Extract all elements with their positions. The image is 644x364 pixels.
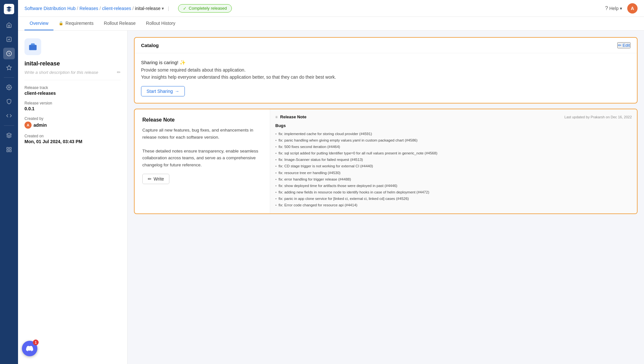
list-item: fix: 500 fixes second iteration (#4464) bbox=[275, 143, 632, 150]
arrow-icon: → bbox=[175, 89, 179, 94]
sidebar-icon-security[interactable] bbox=[3, 96, 15, 107]
sidebar-icon-grid[interactable] bbox=[3, 144, 15, 155]
check-icon: ✓ bbox=[183, 6, 187, 11]
list-item: fix: CD stage trigger is not working for… bbox=[275, 163, 632, 169]
lock-icon: 🔒 bbox=[59, 21, 63, 25]
sidebar-divider bbox=[4, 77, 14, 78]
top-header: Software Distribution Hub / Releases / c… bbox=[18, 0, 644, 17]
sidebar-icon-deploy[interactable] bbox=[3, 62, 15, 74]
help-button[interactable]: ? Help ▾ bbox=[605, 5, 622, 11]
avatar[interactable]: A bbox=[627, 3, 638, 14]
svg-rect-7 bbox=[7, 150, 8, 152]
release-title: inital-release bbox=[24, 60, 121, 67]
release-version-group: Release version 0.0.1 bbox=[24, 101, 121, 111]
release-note-left: Release Note Capture all new features, b… bbox=[135, 109, 270, 213]
breadcrumb-sep-1: / bbox=[77, 6, 78, 11]
breadcrumb-releases[interactable]: Releases bbox=[80, 6, 98, 11]
tab-rollout-history[interactable]: Rollout History bbox=[141, 17, 180, 30]
created-by-value: A admin bbox=[24, 122, 121, 129]
release-note-card: Release Note Capture all new features, b… bbox=[134, 109, 638, 214]
svg-point-3 bbox=[8, 87, 10, 88]
left-panel: inital-release Write a short description… bbox=[18, 31, 128, 364]
sidebar-icon-chart[interactable] bbox=[3, 34, 15, 45]
header-right: ? Help ▾ A bbox=[605, 3, 638, 14]
tabs-bar: Overview 🔒 Requirements Rollout Release … bbox=[18, 17, 644, 31]
release-note-inner: Release Note Capture all new features, b… bbox=[135, 109, 637, 213]
svg-marker-2 bbox=[7, 65, 12, 70]
sidebar bbox=[0, 0, 18, 364]
preview-title: Release Note bbox=[280, 114, 307, 119]
breadcrumb-sep-3: / bbox=[132, 6, 134, 11]
release-track-label: Release track bbox=[24, 85, 121, 90]
sidebar-icon-home[interactable] bbox=[3, 19, 15, 31]
created-on-value: Mon, 01 Jul 2024, 03:43 PM bbox=[24, 139, 121, 144]
tab-overview[interactable]: Overview bbox=[24, 17, 53, 30]
preview-list-icon: ≡ bbox=[275, 115, 278, 119]
discord-button[interactable]: 1 bbox=[22, 341, 37, 356]
svg-rect-4 bbox=[7, 147, 8, 149]
release-version-label: Release version bbox=[24, 101, 121, 105]
preview-items-list: fix: implemented cache for storing cloud… bbox=[275, 131, 632, 208]
catalog-body: Sharing is caring! ✨ Provide some requir… bbox=[135, 53, 637, 103]
breadcrumb-release: inital-release ▾ bbox=[135, 6, 164, 11]
sidebar-icon-settings[interactable] bbox=[3, 82, 15, 93]
chevron-down-icon: ▾ bbox=[620, 6, 622, 11]
chevron-down-icon[interactable]: ▾ bbox=[162, 6, 164, 11]
release-track-value: client-releases bbox=[24, 91, 121, 96]
admin-avatar: A bbox=[24, 122, 32, 129]
preview-header: ≡ Release Note Last updated by Prakarsh … bbox=[275, 114, 632, 119]
discord-badge: 1 bbox=[33, 339, 39, 345]
sidebar-divider-2 bbox=[4, 125, 14, 126]
release-icon bbox=[24, 38, 41, 55]
status-badge: ✓ Completely released bbox=[178, 4, 232, 13]
preview-updated: Last updated by Prakarsh on Dec 16, 2022 bbox=[564, 115, 632, 119]
breadcrumb-sep-2: / bbox=[99, 6, 101, 11]
sidebar-icon-code[interactable] bbox=[3, 110, 15, 122]
release-note-title: Release Note bbox=[142, 117, 262, 123]
sidebar-icon-stack[interactable] bbox=[3, 130, 15, 141]
list-item: fix: implemented cache for storing cloud… bbox=[275, 131, 632, 137]
release-version-value: 0.0.1 bbox=[24, 106, 121, 111]
list-item: fix: adding new fields in resource node … bbox=[275, 189, 632, 195]
catalog-note: Your insights help everyone understand t… bbox=[141, 74, 630, 80]
svg-rect-5 bbox=[10, 147, 11, 149]
catalog-greeting: Sharing is caring! ✨ bbox=[141, 60, 630, 65]
list-item: fix: panic handling when giving empty va… bbox=[275, 137, 632, 143]
breadcrumb-org[interactable]: Software Distribution Hub bbox=[24, 6, 76, 11]
breadcrumb: Software Distribution Hub / Releases / c… bbox=[24, 4, 232, 13]
created-on-group: Created on Mon, 01 Jul 2024, 03:43 PM bbox=[24, 134, 121, 144]
right-panel: Catalog ✏ Edit Sharing is caring! ✨ Prov… bbox=[128, 31, 644, 364]
release-note-desc-1: Capture all new features, bug fixes, and… bbox=[142, 127, 262, 169]
catalog-edit-button[interactable]: ✏ Edit bbox=[617, 42, 630, 48]
catalog-title: Catalog bbox=[141, 43, 159, 48]
created-by-label: Created by bbox=[24, 116, 121, 121]
edit-description-icon[interactable]: ✏ bbox=[117, 70, 121, 75]
list-item: fix: Image-Scanner status for failed req… bbox=[275, 156, 632, 163]
catalog-card: Catalog ✏ Edit Sharing is caring! ✨ Prov… bbox=[134, 37, 638, 103]
pencil-icon: ✏ bbox=[618, 43, 621, 48]
created-by-group: Created by A admin bbox=[24, 116, 121, 129]
catalog-sub: Provide some required details about this… bbox=[141, 67, 630, 73]
sidebar-logo[interactable] bbox=[4, 4, 14, 14]
release-track-group: Release track client-releases bbox=[24, 85, 121, 96]
preview-bugs-label: Bugs bbox=[275, 123, 632, 128]
sidebar-icon-releases[interactable] bbox=[3, 48, 15, 59]
list-item: fix: show deployed time for artifacts th… bbox=[275, 182, 632, 189]
list-item: fix: sql script added for putting Identi… bbox=[275, 150, 632, 156]
list-item: fix: panic in app clone service for [lin… bbox=[275, 195, 632, 202]
sparkle-icon: ✨ bbox=[180, 60, 186, 65]
svg-rect-6 bbox=[10, 150, 11, 152]
tab-requirements[interactable]: 🔒 Requirements bbox=[53, 17, 99, 30]
created-on-label: Created on bbox=[24, 134, 121, 138]
content-area: inital-release Write a short description… bbox=[18, 31, 644, 364]
release-note-preview: ≡ Release Note Last updated by Prakarsh … bbox=[270, 109, 637, 213]
tab-rollout-release[interactable]: Rollout Release bbox=[99, 17, 141, 30]
list-item: fix: error handling for trigger release … bbox=[275, 176, 632, 182]
pencil-icon-write: ✏ bbox=[148, 176, 152, 182]
start-sharing-button[interactable]: Start Sharing → bbox=[141, 86, 185, 96]
catalog-card-header: Catalog ✏ Edit bbox=[135, 38, 637, 53]
release-description: Write a short description for this relea… bbox=[24, 70, 121, 80]
list-item: fix: Error code changed for resource api… bbox=[275, 202, 632, 208]
write-button[interactable]: ✏ Write bbox=[142, 174, 169, 184]
breadcrumb-track[interactable]: client-releases bbox=[102, 6, 131, 11]
